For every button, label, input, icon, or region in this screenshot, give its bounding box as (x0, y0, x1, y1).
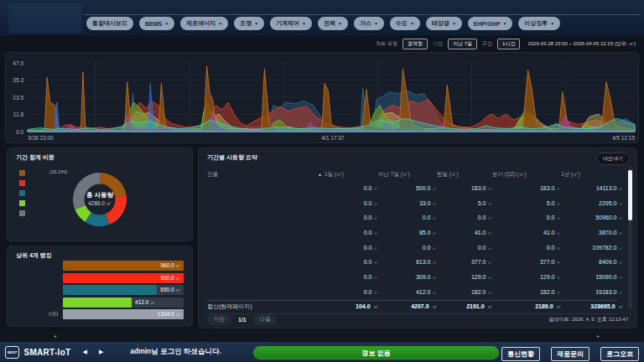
value-cell: 183.0㎥ (492, 185, 561, 192)
nav-next-icon[interactable]: ▶ (99, 349, 103, 355)
ranking-bar-value: 650.0 ㎥ (160, 285, 180, 295)
product-inquiry-button[interactable]: 제품문의 (551, 347, 589, 361)
nav-item-3[interactable]: 제로에너지▼ (180, 17, 228, 30)
nav-item-2[interactable]: BEMS▼ (139, 17, 174, 30)
legend-swatch-3 (19, 190, 25, 196)
period-select[interactable]: 지난 7일 (448, 39, 477, 49)
chevron-down-icon: ▼ (502, 21, 506, 26)
nav-item-9[interactable]: 태양광▼ (426, 17, 462, 30)
table-row-5[interactable]: 0.0㎥0.0㎥0.0㎥0.0㎥109782.0㎥ (207, 240, 618, 256)
value-cell: 0.0㎥ (318, 245, 378, 251)
nav-divider (84, 14, 641, 15)
value-cell: 15090.0㎥ (561, 274, 623, 281)
legend-swatch-5 (19, 210, 25, 216)
usage-timeseries-chart: 47.035.323.511.80.03/28 23:004/1 17:374/… (5, 52, 639, 143)
column-header-4[interactable]: 한달 (㎥) (437, 171, 492, 178)
value-cell: 0.0㎥ (492, 215, 561, 221)
top-header: 통합대시보드BEMS▼제로에너지▼조명▼기계제어▼전력▼가스▼수도▼태양광▼EH… (0, 0, 644, 35)
value-cell: 129.0㎥ (437, 274, 492, 281)
chevron-down-icon: ▼ (164, 21, 169, 26)
nav-item-1[interactable]: 통합대시보드 (86, 17, 133, 30)
ranking-bar-track: 930.0 ㎥ (63, 273, 184, 283)
nav-item-4[interactable]: 조명▼ (234, 17, 264, 30)
column-header-1[interactable]: 건물 (207, 171, 318, 178)
value-cell: 182.0㎥ (492, 289, 561, 296)
table-scrollbar-thumb[interactable] (628, 170, 632, 220)
ranking-bar-track: 960.0 ㎥ (63, 261, 184, 271)
nav-item-6[interactable]: 전력▼ (318, 17, 348, 30)
legend-swatch-1 (19, 170, 25, 176)
nav-item-11[interactable]: 이상징후▼ (518, 17, 560, 30)
value-cell: 0.0㎥ (318, 289, 378, 296)
summary-value-cell: 2191.0 ㎥ (437, 303, 492, 310)
brand-logo: SMART-IoT (23, 348, 70, 357)
ranking-row-1: 960.0 ㎥ (16, 261, 184, 271)
value-cell: 0.0㎥ (437, 245, 492, 251)
ranking-bar-value: 412.0 ㎥ (135, 297, 155, 308)
value-cell: 0.0㎥ (378, 215, 437, 221)
nav-prev-icon[interactable]: ◀ (83, 349, 87, 355)
value-cell: 0.0㎥ (437, 215, 492, 221)
table-row-8[interactable]: 0.0㎥412.0㎥182.0㎥182.0㎥19183.0㎥ (207, 285, 618, 300)
table-row-3[interactable]: 0.0㎥0.0㎥0.0㎥0.0㎥50960.0㎥ (207, 210, 618, 225)
value-cell: 5.0㎥ (437, 200, 492, 207)
export-button[interactable]: 내보내기 (596, 153, 630, 165)
value-cell: 0.0㎥ (492, 245, 561, 251)
value-cell: 14113.0㎥ (561, 185, 623, 192)
hscroll-right-icon[interactable]: ▸ (597, 333, 600, 339)
value-cell: 613.0㎥ (378, 259, 437, 266)
page-indicator: 1/1 (238, 317, 247, 323)
column-header-5[interactable]: 분기 (Q2) (㎥) (492, 171, 561, 178)
value-cell: 0.0㎥ (318, 259, 378, 266)
prev-page-button[interactable]: 이전 (207, 314, 231, 325)
sort-ascending-icon: ▲ (318, 172, 322, 177)
svg-text:0.0: 0.0 (16, 129, 23, 135)
nav-item-5[interactable]: 기계제어▼ (270, 17, 312, 30)
table-row-2[interactable]: 0.0㎥33.0㎥5.0㎥5.0㎥2295.0㎥ (207, 196, 618, 211)
table-scrollbar[interactable] (628, 167, 632, 309)
value-cell: 0.0㎥ (318, 215, 378, 221)
table-row-1[interactable]: 0.0㎥500.0㎥183.0㎥183.0㎥14113.0㎥ (207, 181, 618, 196)
value-cell: 2295.0㎥ (561, 200, 623, 207)
statusbar-buttons: 통신현황 제품문의 로그오프 (501, 347, 639, 361)
alert-status-pill[interactable]: 경보 없음 (253, 346, 499, 359)
column-header-3[interactable]: 지난 7일 (㎥) (378, 171, 437, 178)
ranking-bar-track: 1334.0 ㎥ (63, 309, 184, 319)
value-cell: 33.0㎥ (378, 200, 437, 207)
summary-value-cell: 328665.0 ㎥ (561, 303, 623, 310)
chart-controls: 차트 유형 영역형 기간 지난 7일 구간 1시간 2026-03-28 23:… (0, 35, 644, 52)
summary-value-cell: 2189.0 ㎥ (492, 303, 561, 310)
comm-status-button[interactable]: 통신현황 (501, 347, 540, 361)
chart-type-select[interactable]: 영역형 (402, 39, 428, 49)
value-cell: 50960.0㎥ (561, 215, 623, 221)
next-page-button[interactable]: 다음 (253, 314, 278, 325)
column-header-2[interactable]: ▲1일 (㎥) (318, 171, 378, 178)
hscroll-left-icon[interactable]: ◂ (54, 333, 56, 339)
interval-select[interactable]: 1시간 (497, 39, 520, 49)
value-cell: 309.0㎥ (378, 274, 437, 281)
ranking-row-4: 412.0 ㎥ (16, 297, 184, 308)
value-cell: 500.0㎥ (378, 185, 437, 192)
chevron-down-icon: ▼ (452, 21, 456, 26)
nav-item-8[interactable]: 수도▼ (390, 17, 420, 30)
value-cell: 19183.0㎥ (561, 289, 623, 296)
logoff-button[interactable]: 로그오프 (600, 347, 639, 361)
donut-center-label: 총 사용량 4286.0 ㎥ (70, 170, 129, 229)
horizontal-scrollbar[interactable]: ◂ ▸ (0, 330, 644, 342)
donut-callout: (15.2%) (49, 169, 67, 174)
nav-item-7[interactable]: 가스▼ (354, 17, 384, 30)
timeseries-svg: 47.035.323.511.80.03/28 23:004/1 17:374/… (6, 53, 638, 142)
value-cell: 0.0㎥ (318, 230, 378, 236)
ranking-bar-value: 930.0 ㎥ (160, 273, 180, 283)
nav-item-10[interactable]: EHP/GHP▼ (468, 17, 512, 30)
value-cell: 0.0㎥ (318, 185, 378, 192)
table-row-7[interactable]: 0.0㎥309.0㎥129.0㎥129.0㎥15090.0㎥ (207, 270, 618, 285)
table-row-4[interactable]: 0.0㎥85.0㎥41.0㎥41.0㎥3870.0㎥ (207, 225, 618, 240)
column-header-6[interactable]: 1년 (㎥) (561, 171, 623, 178)
table-row-6[interactable]: 0.0㎥613.0㎥377.0㎥377.0㎥8409.0㎥ (207, 255, 618, 270)
summary-value-cell: 104.0 ㎥ (318, 303, 378, 310)
legend-swatch-2 (19, 180, 25, 186)
ranking-bar-track: 650.0 ㎥ (63, 285, 184, 295)
svg-text:47.0: 47.0 (13, 60, 23, 66)
value-cell: 41.0㎥ (492, 230, 561, 236)
